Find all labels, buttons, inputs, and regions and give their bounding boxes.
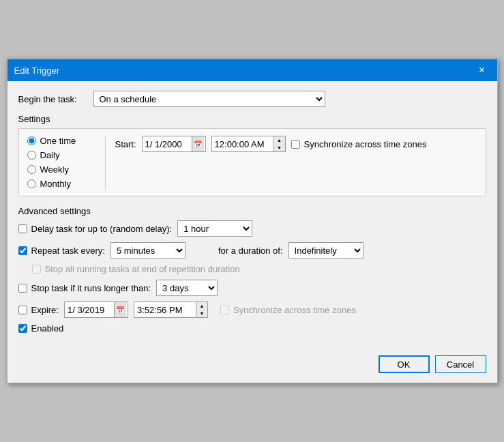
expire-spin-down[interactable]: ▼ [196,310,207,317]
stop-running-text: Stop all running tasks at end of repetit… [45,264,240,274]
expire-cal-button[interactable]: 📅 [114,302,126,317]
delay-task-text: Delay task for up to (random delay): [31,224,173,234]
expire-spin-buttons: ▲ ▼ [196,302,207,317]
delay-task-label[interactable]: Delay task for up to (random delay): [18,224,173,234]
sync-label: Synchronize across time zones [304,139,427,149]
stop-longer-label[interactable]: Stop task if it runs longer than: [18,283,151,293]
expire-row: Expire: 1/ 3/2019 📅 3:52:56 PM ▲ ▼ [18,301,486,318]
advanced-section: Advanced settings Delay task for up to (… [18,206,486,334]
dialog-footer: OK Cancel [8,349,497,383]
settings-inner: One time Daily Weekly Monthly [27,136,477,189]
delay-task-checkbox[interactable] [18,224,27,233]
expire-spin-up[interactable]: ▲ [196,302,207,310]
begin-task-row: Begin the task: On a schedule [18,91,486,107]
stop-longer-select[interactable]: 3 days [156,280,218,296]
enabled-checkbox[interactable] [18,324,27,333]
expire-date-field[interactable]: 1/ 3/2019 [66,302,114,317]
enabled-label[interactable]: Enabled [18,323,64,334]
stop-longer-checkbox[interactable] [18,284,27,293]
radio-monthly[interactable]: Monthly [27,179,95,189]
calendar-button[interactable]: 📅 [192,136,204,151]
delay-task-row: Delay task for up to (random delay): 1 h… [18,220,486,237]
stop-longer-text: Stop task if it runs longer than: [31,283,151,293]
start-label: Start: [115,139,136,149]
settings-section-label: Settings [18,114,486,124]
stop-running-row: Stop all running tasks at end of repetit… [18,264,486,274]
start-section: Start: 1/ 1/2000 📅 12:00:00 AM ▲ ▼ [115,136,477,189]
dialog-title: Edit Trigger [14,65,59,76]
expire-sync-text: Synchronize across time zones [233,305,356,315]
repeat-task-checkbox[interactable] [18,246,27,255]
start-date-input[interactable]: 1/ 1/2000 📅 [142,136,206,152]
radio-weekly[interactable]: Weekly [27,164,95,175]
stop-longer-row: Stop task if it runs longer than: 3 days [18,280,486,296]
radio-one-time[interactable]: One time [27,136,95,146]
expire-label[interactable]: Expire: [18,305,59,315]
duration-select[interactable]: Indefinitely [288,242,364,259]
stop-running-label: Stop all running tasks at end of repetit… [32,264,240,274]
start-row: Start: 1/ 1/2000 📅 12:00:00 AM ▲ ▼ [115,136,477,152]
begin-task-label: Begin the task: [18,94,93,104]
delay-task-select[interactable]: 1 hour [177,220,252,237]
expire-time-input[interactable]: 3:52:56 PM ▲ ▼ [134,301,208,318]
vertical-divider [105,136,106,189]
title-bar: Edit Trigger × [8,59,497,81]
expire-sync-label: Synchronize across time zones [220,305,356,315]
edit-trigger-dialog: Edit Trigger × Begin the task: On a sche… [7,59,498,383]
start-time-input[interactable]: 12:00:00 AM ▲ ▼ [211,136,286,152]
repeat-task-row: Repeat task every: 5 minutes for a durat… [18,242,486,259]
ok-button[interactable]: OK [379,355,430,373]
repeat-task-select[interactable]: 5 minutes [110,242,186,259]
expire-text: Expire: [31,305,59,315]
close-button[interactable]: × [474,62,490,78]
expire-time-field[interactable]: 3:52:56 PM [134,302,196,317]
start-date-field[interactable]: 1/ 1/2000 [144,136,192,151]
time-spin-buttons: ▲ ▼ [273,136,285,151]
start-time-field[interactable]: 12:00:00 AM [212,136,273,151]
begin-task-select[interactable]: On a schedule [93,91,325,107]
repeat-task-label[interactable]: Repeat task every: [18,246,105,256]
expire-date-input[interactable]: 1/ 3/2019 📅 [64,301,128,318]
time-spin-down[interactable]: ▼ [274,144,285,151]
radio-daily[interactable]: Daily [27,150,95,160]
sync-checkbox[interactable] [291,140,300,149]
expire-checkbox[interactable] [18,306,27,314]
settings-box: One time Daily Weekly Monthly [18,128,486,196]
schedule-radio-group: One time Daily Weekly Monthly [27,136,95,189]
enabled-row: Enabled [18,323,486,334]
cancel-button[interactable]: Cancel [435,355,486,373]
repeat-task-text: Repeat task every: [31,246,105,256]
sync-checkbox-label[interactable]: Synchronize across time zones [291,139,427,149]
dialog-body: Begin the task: On a schedule Settings O… [8,81,497,349]
stop-running-checkbox[interactable] [32,265,41,274]
advanced-label: Advanced settings [18,206,486,216]
enabled-text: Enabled [31,323,64,334]
time-spin-up[interactable]: ▲ [274,136,285,144]
for-duration-label: for a duration of: [218,246,283,256]
expire-sync-checkbox[interactable] [220,306,229,314]
